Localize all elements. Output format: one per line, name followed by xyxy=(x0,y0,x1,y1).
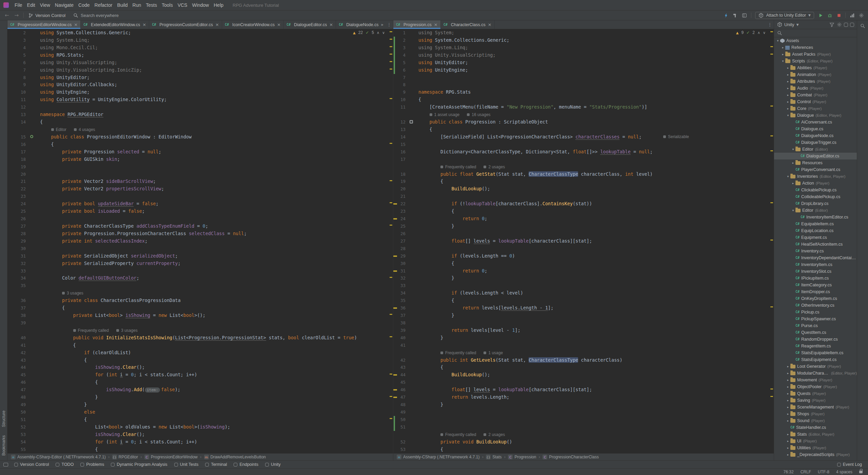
tree-item[interactable]: C#ItemDropper.cs xyxy=(774,288,857,295)
chevron-down-icon[interactable]: ▾ xyxy=(786,112,790,119)
code-line[interactable]: 11using ColorUtility = UnityEngine.Color… xyxy=(7,96,393,103)
code-line[interactable]: 36 return levels[levels.Length - 1]; xyxy=(393,304,774,312)
tab-close-icon[interactable]: × xyxy=(215,22,219,27)
tree-item[interactable]: C#Inventory.cs xyxy=(774,248,857,254)
chevron-right-icon[interactable]: ▸ xyxy=(781,51,785,58)
prev-issue-icon[interactable]: ∧ xyxy=(757,31,760,35)
tree-item[interactable]: C#StatsEquipment.cs xyxy=(774,356,857,363)
code-line[interactable]: 1 asset usage16 usages xyxy=(393,111,774,118)
warning-stripe-mark[interactable] xyxy=(390,314,392,315)
tree-item[interactable]: ▸Saving(Player) xyxy=(774,397,857,404)
code-line[interactable]: 54 for (int i = 0; i < stats.Count; i++) xyxy=(7,438,393,446)
code-line[interactable]: 34 if (levels.Length < level) xyxy=(393,289,774,297)
toolwindow-terminal[interactable]: Terminal xyxy=(202,461,230,468)
chevron-right-icon[interactable]: ▸ xyxy=(786,404,790,411)
code-line[interactable]: 23 xyxy=(7,193,393,200)
error-stripe[interactable] xyxy=(769,29,774,453)
warning-stripe-mark[interactable] xyxy=(770,54,773,55)
toolwindow-unity[interactable]: Unity xyxy=(262,461,284,468)
code-line[interactable]: 19 { xyxy=(393,178,774,185)
menu-code[interactable]: Code xyxy=(76,0,92,10)
code-line[interactable]: 41 xyxy=(393,342,774,349)
tree-item[interactable]: ▸ObjectPooler(Player) xyxy=(774,383,857,390)
codevision-hint[interactable]: 2 usages xyxy=(484,165,505,169)
tab-IconCreatorWindow.cs[interactable]: C#IconCreatorWindow.cs× xyxy=(222,20,284,29)
code-line[interactable]: 17 private Progression selected = null; xyxy=(7,148,393,156)
tree-item[interactable]: ▸Attributes(Player) xyxy=(774,78,857,85)
code-line[interactable]: 28 xyxy=(393,245,774,252)
code-line[interactable]: 18 public float GetStat(Stat stat, Chara… xyxy=(393,171,774,178)
code-line[interactable]: 51 xyxy=(393,423,774,431)
code-line[interactable]: 7using Unity.VisualScripting.IonicZip; xyxy=(7,66,393,74)
code-line[interactable]: 21 xyxy=(393,193,774,200)
chevron-right-icon[interactable]: ▸ xyxy=(786,383,790,390)
code-line[interactable]: 30 xyxy=(7,245,393,252)
menu-navigate[interactable]: Navigate xyxy=(53,0,76,10)
tree-item[interactable]: ▸References xyxy=(774,44,857,51)
code-line[interactable]: 9namespace RPG.Stats xyxy=(393,89,774,96)
code-line[interactable]: 30 { xyxy=(393,260,774,267)
bolt-icon[interactable] xyxy=(724,13,729,18)
tab-DialogueEditor.cs[interactable]: C#DialogueEditor.cs× xyxy=(284,20,336,29)
code-line[interactable]: 3 usages xyxy=(7,289,393,297)
caret-position[interactable]: 76:32 xyxy=(784,470,794,474)
code-line[interactable]: 13 { xyxy=(393,126,774,133)
warning-stripe-mark[interactable] xyxy=(770,202,773,203)
code-line[interactable]: 49 xyxy=(393,408,774,416)
explorer-view-label[interactable]: Unity xyxy=(784,22,794,27)
run-configuration-select[interactable]: Attach to Unity Editor ▼ xyxy=(755,12,814,19)
code-line[interactable]: 45 for (int i = 0; i < stats.Count; i++) xyxy=(7,371,393,379)
chevron-right-icon[interactable]: ▸ xyxy=(786,451,790,458)
code-line[interactable]: 4using Unity.VisualScripting; xyxy=(393,52,774,59)
menu-tests[interactable]: Tests xyxy=(143,0,159,10)
tree-search-icon[interactable] xyxy=(777,31,782,36)
inspection-widget[interactable]: ▲22 ✓5 ∧ ∨ xyxy=(353,30,385,35)
settings-gear-icon[interactable] xyxy=(859,13,864,18)
code-line[interactable]: Editor4 usages xyxy=(7,126,393,133)
code-line[interactable]: 17 xyxy=(393,156,774,163)
code-line[interactable]: 32 } xyxy=(393,274,774,282)
menu-window[interactable]: Window xyxy=(190,0,211,10)
code-line[interactable]: 43 { xyxy=(393,364,774,371)
tree-item[interactable]: ▸Utilities(Player) xyxy=(774,444,857,451)
code-line[interactable]: 52 List<bool> oldValues = new List<bool>… xyxy=(7,423,393,431)
codevision-hint[interactable]: 1 usage xyxy=(484,350,503,355)
breadcrumb-item[interactable]: {}Stats xyxy=(486,455,501,459)
code-line[interactable]: 50 else xyxy=(7,408,393,416)
tab-ProgressionEditorWindow.cs[interactable]: C#ProgressionEditorWindow.cs× xyxy=(7,20,81,29)
chevron-right-icon[interactable]: ▸ xyxy=(786,370,790,377)
chevron-right-icon[interactable]: ▸ xyxy=(786,98,790,105)
code-line[interactable]: 15 xyxy=(393,141,774,148)
code-line[interactable]: 5using UnityEditor; xyxy=(393,59,774,66)
code-line[interactable]: 4using Mono.Cecil.Cil; xyxy=(7,44,393,52)
tree-item[interactable]: ▸ModularCharacter(Editor, Player) xyxy=(774,370,857,377)
tree-item[interactable]: C#InventoryItemEditor.cs xyxy=(774,214,857,221)
code-line[interactable]: 11 [CreateAssetMenu(fileName = "New Prog… xyxy=(393,103,774,111)
file-encoding[interactable]: UTF-8 xyxy=(818,470,829,474)
tab-DialogueNode.cs[interactable]: C#DialogueNode.cs× xyxy=(336,20,379,29)
code-line[interactable]: 14{ xyxy=(7,118,393,126)
chevron-right-icon[interactable]: ▸ xyxy=(786,438,790,444)
menu-run[interactable]: Run xyxy=(130,0,144,10)
warning-stripe-mark[interactable] xyxy=(390,46,392,47)
code-line[interactable]: 26 xyxy=(7,215,393,223)
vcs-branch-widget[interactable]: Version Control xyxy=(28,13,65,18)
tree-item[interactable]: ▸_DeprecatedScripts(Player) xyxy=(774,451,857,458)
tree-item[interactable]: C#HealSelfActionItem.cs xyxy=(774,241,857,248)
tree-item[interactable]: C#StateHandler.cs xyxy=(774,424,857,431)
code-line[interactable]: 42 public int GetLevels(Stat stat, Chara… xyxy=(393,357,774,364)
code-line[interactable]: 1using System; xyxy=(393,29,774,37)
code-line[interactable]: 33 xyxy=(7,267,393,275)
code-line[interactable]: 50 xyxy=(393,416,774,423)
code-line[interactable]: 8using UnityEditor; xyxy=(7,74,393,81)
tree-item[interactable]: ▸Control(Player) xyxy=(774,98,857,105)
code-line[interactable]: 38 xyxy=(393,319,774,327)
codevision-hint[interactable]: 2 usages xyxy=(484,432,505,437)
tree-item[interactable]: ▾Editor(Editor) xyxy=(774,146,857,153)
code-line[interactable]: 10using UnityEngine; xyxy=(7,89,393,96)
tab-close-icon[interactable]: × xyxy=(488,22,492,27)
tree-item[interactable]: ▸Quests(Player) xyxy=(774,390,857,397)
code-line[interactable]: 21 private Vector2 sideBarScrollView; xyxy=(7,178,393,185)
tab-close-icon[interactable]: × xyxy=(74,22,78,27)
codevision-hint[interactable]: 3 usages xyxy=(62,291,83,296)
